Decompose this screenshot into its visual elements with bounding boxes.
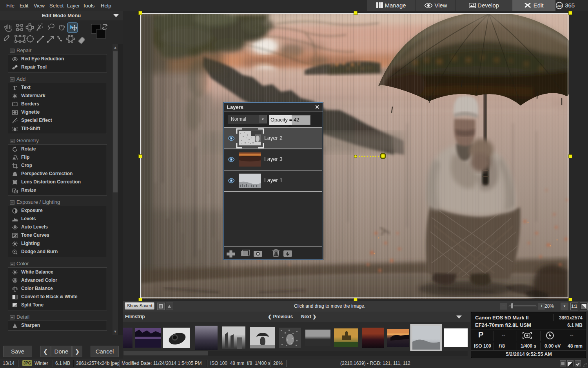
svg-text:365: 365	[557, 4, 562, 7]
